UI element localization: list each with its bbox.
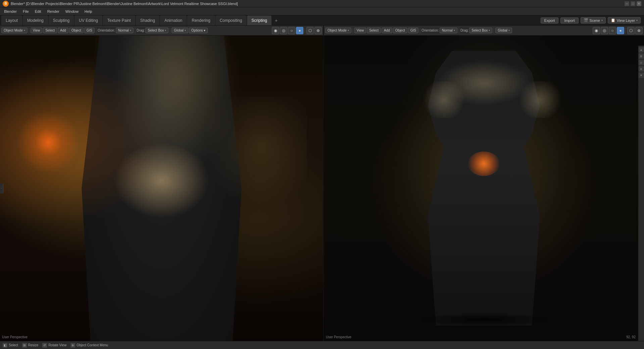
tab-scripting[interactable]: Scripting [247, 15, 271, 25]
right-toolbar-sep-5 [626, 28, 626, 34]
right-viewport: Object Mode ▾ View Select Add Object GIS… [324, 26, 644, 341]
main-area: Object Mode ▾ View Select Add Object GIS… [0, 26, 644, 349]
left-transform-value: Global [174, 29, 184, 32]
rsb-btn-5[interactable]: ▼ [639, 73, 644, 78]
rsb-btn-1[interactable]: ▲ [639, 47, 644, 52]
minimize-button[interactable]: ─ [625, 1, 629, 6]
add-workspace-tab-button[interactable]: + [272, 15, 280, 25]
toolbar-sep-1 [29, 28, 29, 34]
workspace-tabs: Layout Modeling Sculpting UV Editing Tex… [0, 15, 644, 26]
viewport-overlay-toggle[interactable]: ⬡ [306, 27, 314, 34]
left-add-btn[interactable]: Add [58, 28, 68, 33]
toolbar-sep-5 [305, 28, 305, 34]
right-shoulder-glow [516, 81, 564, 118]
right-viewport-label: User Perspective [326, 335, 351, 339]
right-drag-dropdown[interactable]: Select Box ▾ [469, 28, 492, 33]
right-toolbar-sep-4 [494, 28, 494, 34]
right-transform-value: Global [498, 29, 507, 32]
left-view-btn[interactable]: View [31, 28, 43, 33]
scene-label: Scene [590, 18, 600, 23]
tab-uv-editing[interactable]: UV Editing [75, 15, 102, 25]
rsb-btn-4[interactable]: ⊕ [639, 66, 644, 72]
tab-shading[interactable]: Shading [136, 15, 159, 25]
context-menu-icon: ⊕ [70, 343, 75, 348]
left-transform-dropdown[interactable]: Global ▾ [171, 28, 188, 33]
viewport-shading-material[interactable]: ◎ [280, 27, 287, 34]
right-mode-chevron: ▾ [348, 29, 349, 32]
left-viewport-collapse-arrow[interactable]: ‹ [0, 183, 3, 193]
left-drag-dropdown[interactable]: Select Box ▾ [145, 28, 168, 33]
right-toolbar-sep-1 [353, 28, 353, 34]
left-object-mode-dropdown[interactable]: Object Mode ▾ [1, 28, 28, 33]
right-select-btn[interactable]: Select [367, 28, 381, 33]
left-viewport-canvas[interactable]: ‹ User Perspective [0, 36, 323, 341]
right-shading-eevee[interactable]: ● [617, 27, 624, 34]
viewport-shading-eevee[interactable]: ● [296, 27, 303, 34]
left-viewport-label: User Perspective [2, 335, 28, 339]
menu-help[interactable]: Help [82, 9, 95, 14]
left-options-btn[interactable]: Options ▾ [189, 28, 208, 33]
right-add-btn[interactable]: Add [382, 28, 392, 33]
tab-modeling[interactable]: Modeling [23, 15, 48, 25]
menu-file[interactable]: File [20, 9, 32, 14]
view-layer-dropdown-icon: ▾ [636, 19, 638, 22]
right-overlay-toggle[interactable]: ⬡ [627, 27, 635, 34]
close-button[interactable]: ✕ [637, 1, 641, 6]
menu-edit[interactable]: Edit [32, 9, 44, 14]
menu-render[interactable]: Render [45, 9, 62, 14]
right-orient-chevron: ▾ [454, 29, 455, 32]
tab-texture-paint[interactable]: Texture Paint [103, 15, 135, 25]
drag-chevron: ▾ [165, 29, 166, 32]
left-select-btn[interactable]: Select [43, 28, 57, 33]
left-orientation-value: Normal [118, 29, 129, 32]
right-mode-label: Object Mode [328, 29, 347, 32]
right-viewport-canvas[interactable]: ▲ ⊞ ◎ ⊕ ▼ 92, 92 User Perspective [324, 36, 644, 341]
left-object-btn[interactable]: Object [69, 28, 84, 33]
window-controls[interactable]: ─ □ ✕ [625, 1, 641, 6]
right-view-btn[interactable]: View [354, 28, 366, 33]
right-gizmo-toggle[interactable]: ⊕ [635, 27, 643, 34]
right-object-mode-dropdown[interactable]: Object Mode ▾ [325, 28, 351, 33]
scene-selector[interactable]: 🎬 Scene ▾ [581, 17, 606, 24]
view-layer-label: View Layer [617, 18, 635, 23]
right-orientation-value: Normal [442, 29, 453, 32]
right-gis-btn[interactable]: GIS [408, 28, 418, 33]
right-object-btn[interactable]: Object [393, 28, 407, 33]
right-transform-dropdown[interactable]: Global ▾ [495, 28, 512, 33]
menu-window[interactable]: Window [63, 9, 81, 14]
right-drag-label: Drag: [460, 29, 468, 32]
left-orientation-label: Orientation: [98, 29, 115, 32]
rsb-btn-3[interactable]: ◎ [639, 60, 644, 65]
left-gis-btn[interactable]: GIS [84, 28, 95, 33]
tab-rendering[interactable]: Rendering [187, 15, 214, 25]
tab-layout[interactable]: Layout [1, 15, 22, 25]
viewport-shading-solid[interactable]: ◉ [272, 27, 279, 34]
resize-icon: ⊞ [22, 343, 27, 348]
title-text: Blender* [D:\Blender Projects\Blender PR… [11, 2, 238, 6]
tab-sculpting[interactable]: Sculpting [49, 15, 74, 25]
left-shoulder-glow [420, 81, 468, 118]
right-shading-rendered[interactable]: ○ [609, 27, 616, 34]
right-shading-solid[interactable]: ◉ [593, 27, 600, 34]
toolbar-sep-4 [170, 28, 170, 34]
tab-animation[interactable]: Animation [160, 15, 187, 25]
toolbar-sep-2 [96, 28, 96, 34]
maximize-button[interactable]: □ [631, 1, 635, 6]
rsb-btn-2[interactable]: ⊞ [639, 53, 644, 59]
left-orientation-dropdown[interactable]: Normal ▾ [116, 28, 134, 33]
right-orientation-dropdown[interactable]: Normal ▾ [440, 28, 457, 33]
right-shading-material[interactable]: ◎ [601, 27, 608, 34]
tab-compositing[interactable]: Compositing [215, 15, 247, 25]
export-button[interactable]: Export [541, 17, 559, 24]
left-viewport-toolbar: Object Mode ▾ View Select Add Object GIS… [0, 26, 323, 36]
menu-blender[interactable]: Blender [1, 9, 19, 14]
view-layer-icon: 📋 [611, 18, 615, 23]
import-button[interactable]: Import [560, 17, 578, 24]
right-drag-chevron: ▾ [489, 29, 490, 32]
status-resize: ⊞ Resize [22, 343, 39, 348]
viewport-shading-rendered[interactable]: ○ [288, 27, 295, 34]
status-context-menu: ⊕ Object Context Menu [70, 343, 108, 348]
view-layer-selector[interactable]: 📋 View Layer ▾ [608, 17, 641, 24]
viewport-gizmo-toggle[interactable]: ⊕ [314, 27, 322, 34]
right-render-bg [324, 36, 644, 341]
